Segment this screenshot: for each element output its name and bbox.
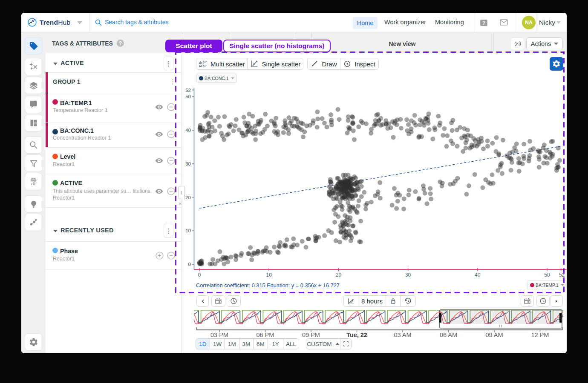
svg-text:?: ? [482, 20, 485, 26]
